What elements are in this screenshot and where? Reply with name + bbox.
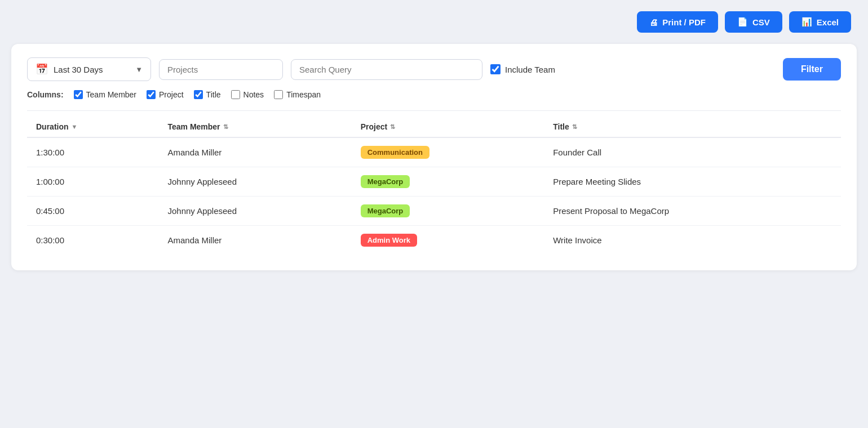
- col-notes-check[interactable]: Notes: [231, 90, 264, 99]
- col-timespan-checkbox[interactable]: [274, 90, 283, 99]
- print-pdf-button[interactable]: 🖨 Print / PDF: [637, 11, 718, 33]
- main-card: 📅 Last 30 Days ▼ Include Team Filter Col…: [11, 44, 857, 270]
- col-timespan-check[interactable]: Timespan: [274, 90, 321, 99]
- th-title-label: Title: [553, 122, 569, 131]
- th-project-label: Project: [361, 122, 387, 131]
- project-badge: MegaCorp: [361, 204, 410, 217]
- include-team-label[interactable]: Include Team: [490, 64, 555, 74]
- table-row: 1:00:00 Johnny Appleseed MegaCorp Prepar…: [27, 167, 841, 197]
- excel-label: Excel: [817, 17, 839, 27]
- projects-input[interactable]: [159, 59, 283, 80]
- top-bar: 🖨 Print / PDF 📄 CSV 📊 Excel: [11, 11, 857, 33]
- col-title-check[interactable]: Title: [194, 90, 221, 99]
- table-row: 0:45:00 Johnny Appleseed MegaCorp Presen…: [27, 197, 841, 226]
- cell-project: MegaCorp: [352, 197, 544, 226]
- cell-team-member: Amanda Miller: [158, 137, 351, 167]
- sort-down-icon: ▼: [72, 123, 78, 130]
- cell-duration: 1:30:00: [27, 137, 158, 167]
- filters-row: 📅 Last 30 Days ▼ Include Team Filter: [27, 57, 841, 81]
- filter-button[interactable]: Filter: [783, 58, 841, 81]
- sort-updown-icon-2: ⇅: [390, 123, 395, 131]
- table-header-row: Duration ▼ Team Member ⇅ Project ⇅: [27, 117, 841, 137]
- columns-row: Columns: Team Member Project Title Notes…: [27, 90, 841, 99]
- col-project-check[interactable]: Project: [147, 90, 184, 99]
- col-team-member-label: Team Member: [86, 90, 136, 99]
- cell-title: Write Invoice: [544, 226, 841, 255]
- cell-duration: 1:00:00: [27, 167, 158, 197]
- excel-button[interactable]: 📊 Excel: [789, 11, 851, 33]
- cell-project: Admin Work: [352, 226, 544, 255]
- cell-team-member: Johnny Appleseed: [158, 167, 351, 197]
- csv-icon: 📄: [737, 17, 748, 27]
- col-title-checkbox[interactable]: [194, 90, 203, 99]
- csv-label: CSV: [752, 17, 770, 27]
- cell-title: Founder Call: [544, 137, 841, 167]
- print-pdf-label: Print / PDF: [662, 17, 706, 27]
- project-badge: Communication: [361, 146, 429, 159]
- project-badge: MegaCorp: [361, 175, 410, 188]
- cell-title: Present Proposal to MegaCorp: [544, 197, 841, 226]
- sort-updown-icon-3: ⇅: [572, 123, 577, 131]
- th-project[interactable]: Project ⇅: [352, 117, 544, 137]
- project-badge: Admin Work: [361, 234, 417, 247]
- col-project-checkbox[interactable]: [147, 90, 156, 99]
- th-duration-label: Duration: [36, 122, 69, 131]
- col-title-label: Title: [206, 90, 221, 99]
- date-range-value: Last 30 Days: [54, 65, 103, 74]
- cell-project: Communication: [352, 137, 544, 167]
- date-range-picker[interactable]: 📅 Last 30 Days ▼: [27, 57, 151, 81]
- col-timespan-label: Timespan: [286, 90, 321, 99]
- print-icon: 🖨: [649, 17, 658, 27]
- col-notes-checkbox[interactable]: [231, 90, 240, 99]
- columns-label: Columns:: [27, 90, 64, 99]
- sort-updown-icon-1: ⇅: [223, 123, 228, 131]
- cell-duration: 0:30:00: [27, 226, 158, 255]
- table-row: 1:30:00 Amanda Miller Communication Foun…: [27, 137, 841, 167]
- chevron-down-icon: ▼: [135, 65, 143, 74]
- th-duration[interactable]: Duration ▼: [27, 117, 158, 137]
- excel-icon: 📊: [801, 17, 812, 27]
- data-table: Duration ▼ Team Member ⇅ Project ⇅: [27, 117, 841, 255]
- col-notes-label: Notes: [243, 90, 264, 99]
- table-row: 0:30:00 Amanda Miller Admin Work Write I…: [27, 226, 841, 255]
- col-project-label: Project: [159, 90, 184, 99]
- cell-duration: 0:45:00: [27, 197, 158, 226]
- search-query-input[interactable]: [291, 59, 482, 80]
- th-title[interactable]: Title ⇅: [544, 117, 841, 137]
- filter-button-label: Filter: [801, 64, 823, 74]
- th-team-member-label: Team Member: [167, 122, 220, 131]
- include-team-checkbox[interactable]: [490, 64, 501, 74]
- include-team-text: Include Team: [505, 65, 555, 74]
- cell-project: MegaCorp: [352, 167, 544, 197]
- csv-button[interactable]: 📄 CSV: [725, 11, 782, 33]
- col-team-member-check[interactable]: Team Member: [74, 90, 136, 99]
- divider: [27, 110, 841, 111]
- cell-team-member: Amanda Miller: [158, 226, 351, 255]
- cell-title: Prepare Meeting Slides: [544, 167, 841, 197]
- col-team-member-checkbox[interactable]: [74, 90, 83, 99]
- th-team-member[interactable]: Team Member ⇅: [158, 117, 351, 137]
- cell-team-member: Johnny Appleseed: [158, 197, 351, 226]
- calendar-icon: 📅: [36, 63, 48, 75]
